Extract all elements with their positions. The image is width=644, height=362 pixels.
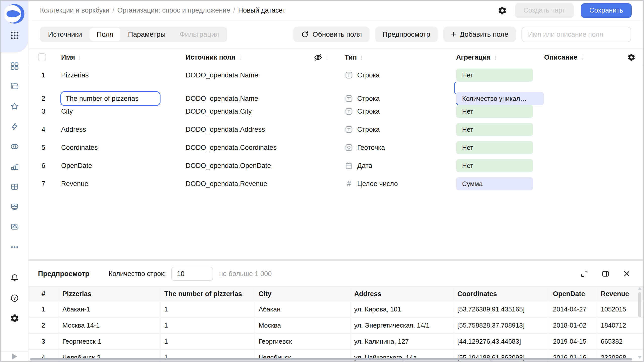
add-field-button[interactable]: + Добавить поле [443, 27, 516, 42]
tab-sources[interactable]: Источники [41, 27, 89, 42]
storage-folder-cloud-icon[interactable] [9, 221, 20, 233]
preview-toolbar: Предпросмотр Количество строк: не больше… [28, 261, 643, 286]
tab-fields[interactable]: Поля [90, 28, 120, 41]
topbar: Коллекции и воркбуки / Организации: спро… [28, 1, 643, 20]
hidden-eye-off-icon[interactable] [314, 53, 322, 62]
tab-filtering[interactable]: Фильтрация [173, 27, 226, 42]
monitoring-screen-icon[interactable] [9, 201, 20, 212]
field-name[interactable]: OpenDate [61, 162, 186, 170]
cell-address: ул. Энергетическая, 14/1 [350, 318, 454, 333]
collections-folders-icon[interactable] [9, 81, 20, 92]
fields-table-header: Имя↓ Источник поля↓ ↓ Тип↓ Агрегация↓ Оп… [28, 49, 643, 66]
dashboards-grid-icon[interactable] [9, 61, 20, 72]
more-ellipsis-icon[interactable] [9, 242, 20, 253]
scrollbar-thumb[interactable] [638, 292, 641, 317]
cell-revenue: 665382 [597, 334, 629, 349]
field-type[interactable]: Строка [345, 94, 456, 103]
field-name[interactable]: Revenue [61, 180, 186, 188]
aggregation-select[interactable]: Нет [456, 105, 533, 118]
fields-table: Имя↓ Источник поля↓ ↓ Тип↓ Агрегация↓ Оп… [28, 49, 643, 259]
field-row[interactable]: 7 Revenue DODO_opendata.Revenue # Целое … [28, 175, 643, 193]
field-type[interactable]: Строка [345, 107, 456, 116]
preview-horizontal-scrollbar[interactable] [30, 358, 632, 360]
preview-vertical-scrollbar[interactable] [638, 287, 642, 359]
sidebar-expand-strip [1, 351, 28, 361]
save-button[interactable]: Сохранить [581, 3, 632, 18]
field-source[interactable]: DODO_opendata.Revenue [186, 180, 314, 188]
field-type[interactable]: Дата [345, 161, 456, 170]
field-source[interactable]: DODO_opendata.OpenDate [186, 162, 314, 170]
field-name[interactable]: Pizzerias [61, 71, 186, 79]
close-preview-icon[interactable] [621, 268, 632, 279]
tables-grid-icon[interactable] [9, 181, 20, 192]
aggregation-select[interactable]: Нет [456, 159, 533, 172]
svg-text:?: ? [13, 296, 16, 301]
field-name[interactable]: Address [61, 126, 186, 133]
charts-bar-icon[interactable] [9, 161, 20, 172]
field-row-selected[interactable]: 2 The number of pizzerias DODO_opendata.… [28, 84, 643, 102]
datasets-venn-icon[interactable] [9, 141, 20, 152]
breadcrumb-workbook[interactable]: Организации: спрос и предложение [117, 7, 230, 14]
expand-preview-icon[interactable] [579, 268, 590, 279]
field-row[interactable]: 6 OpenDate DODO_opendata.OpenDate Дата Н… [28, 157, 643, 175]
aggregation-select[interactable]: Сумма [456, 177, 533, 190]
aggregation-select[interactable]: Нет [456, 69, 533, 82]
select-all-checkbox[interactable] [38, 53, 46, 61]
field-source[interactable]: DODO_opendata.City [186, 108, 314, 115]
field-row[interactable]: 3 City DODO_opendata.City Строка Нет [28, 102, 643, 120]
cell-coordinates: [44.129276,43.44683] [454, 334, 549, 349]
preview-table-header: # Pizzerias The number of pizzerias City… [28, 286, 643, 301]
row-count-input[interactable] [171, 267, 213, 281]
field-source[interactable]: DODO_opendata.Coordinates [186, 144, 314, 152]
preview-divider[interactable] [28, 259, 643, 261]
scroll-up-arrow-icon[interactable] [638, 287, 641, 290]
split-view-icon[interactable] [600, 268, 611, 279]
help-question-icon[interactable]: ? [9, 293, 20, 304]
cell-index: 3 [38, 334, 59, 349]
breadcrumb-separator: / [233, 7, 235, 14]
preview-pane-actions [579, 268, 632, 279]
sort-icon[interactable]: ↓ [494, 54, 497, 61]
field-row[interactable]: 5 Coordinates DODO_opendata.Coordinates … [28, 139, 643, 157]
field-type[interactable]: # Целое число [345, 179, 456, 188]
scroll-down-arrow-icon[interactable] [638, 356, 641, 359]
preview-row: 1 Абакан-1 1 Абакан ул. Кирова, 101 [53.… [28, 301, 643, 318]
apps-grid-icon[interactable] [9, 30, 20, 41]
field-search-input[interactable] [521, 27, 631, 42]
field-name[interactable]: City [61, 108, 186, 115]
field-row[interactable]: 4 Address DODO_opendata.Address Строка Н… [28, 120, 643, 139]
col-header-source: Источник поля [186, 54, 235, 61]
create-chart-button[interactable]: Создать чарт [515, 3, 574, 18]
aggregation-select[interactable]: Нет [456, 123, 533, 136]
quick-lightning-icon[interactable] [9, 121, 20, 132]
field-type[interactable]: Геоточка [345, 143, 456, 152]
preview-toggle-button[interactable]: Предпросмотр [375, 27, 438, 42]
field-type[interactable]: Строка [345, 125, 456, 134]
cell-number: 1 [160, 301, 255, 317]
expand-play-icon[interactable] [12, 353, 17, 359]
field-source[interactable]: DODO_opendata.Name [186, 71, 314, 79]
field-row[interactable]: 1 Pizzerias DODO_opendata.Name Строка Не… [28, 66, 643, 84]
sort-icon[interactable]: ↓ [360, 54, 363, 61]
settings-gear-icon[interactable] [9, 313, 20, 324]
sort-icon[interactable]: ↓ [78, 54, 82, 61]
sort-icon[interactable]: ↓ [325, 54, 329, 61]
refresh-fields-button[interactable]: Обновить поля [293, 27, 369, 42]
dataset-settings-gear-icon[interactable] [497, 5, 508, 16]
field-source[interactable]: DODO_opendata.Address [186, 126, 314, 133]
sort-icon[interactable]: ↓ [580, 54, 584, 61]
notifications-bell-icon[interactable] [9, 273, 20, 284]
col-header-aggregation: Агрегация [456, 54, 491, 61]
field-source[interactable]: DODO_opendata.Name [186, 95, 314, 103]
plus-icon: + [451, 30, 456, 39]
breadcrumb-collections[interactable]: Коллекции и воркбуки [40, 7, 109, 14]
favorites-star-icon[interactable] [9, 101, 20, 112]
field-type[interactable]: Строка [345, 71, 456, 79]
tab-parameters[interactable]: Параметры [121, 27, 173, 42]
sort-icon[interactable]: ↓ [238, 54, 242, 61]
datalens-logo[interactable] [5, 4, 25, 24]
columns-settings-gear-icon[interactable] [627, 53, 636, 62]
row-number: 3 [38, 108, 61, 115]
field-name[interactable]: Coordinates [61, 144, 186, 152]
aggregation-select[interactable]: Нет [456, 141, 533, 154]
